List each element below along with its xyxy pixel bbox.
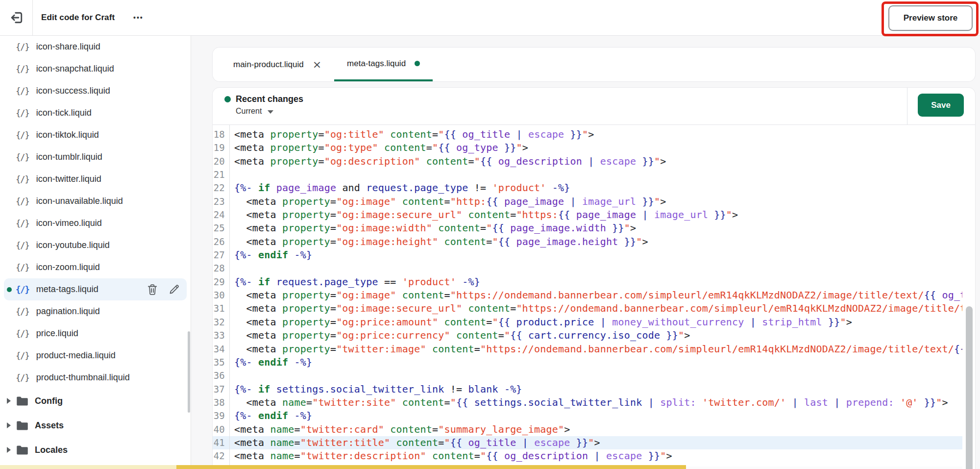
code-lines[interactable]: 18<meta property="og:title" content="{{ … bbox=[213, 125, 962, 469]
code-line[interactable]: 31 <meta property="og:image:secure_url" … bbox=[213, 302, 962, 315]
sidebar-item-icon-unavailable-liquid[interactable]: {/}icon-unavailable.liquid bbox=[4, 190, 187, 212]
sidebar-item-icon-vimeo-liquid[interactable]: {/}icon-vimeo.liquid bbox=[4, 212, 187, 234]
code-line[interactable]: 30 <meta property="og:image" content="ht… bbox=[213, 289, 962, 302]
sidebar-item-product-media-liquid[interactable]: {/}product-media.liquid bbox=[4, 345, 187, 367]
code-line[interactable]: 21 bbox=[213, 168, 962, 181]
caret-right-icon[interactable] bbox=[7, 447, 11, 453]
code-line[interactable]: 28 bbox=[213, 262, 962, 275]
sidebar-item-icon-tumblr-liquid[interactable]: {/}icon-tumblr.liquid bbox=[4, 146, 187, 168]
code-line-text: <meta property="og:price:currency" conte… bbox=[229, 329, 690, 342]
code-line[interactable]: 39{%- endif -%} bbox=[213, 409, 962, 422]
code-line[interactable]: 26 <meta property="og:image:height" cont… bbox=[213, 235, 962, 248]
file-name: product-media.liquid bbox=[36, 350, 116, 361]
version-dropdown[interactable]: Current bbox=[236, 107, 975, 116]
code-line[interactable]: 19<meta property="og:type" content="{{ o… bbox=[213, 141, 962, 154]
file-name: icon-tumblr.liquid bbox=[36, 152, 102, 162]
liquid-file-icon: {/} bbox=[16, 307, 29, 317]
line-number: 18 bbox=[213, 128, 229, 141]
file-name: price.liquid bbox=[36, 328, 78, 339]
unsaved-changes-dot bbox=[415, 61, 420, 66]
sidebar-item-icon-twitter-liquid[interactable]: {/}icon-twitter.liquid bbox=[4, 168, 187, 190]
chevron-down-icon bbox=[268, 110, 273, 114]
line-number: 34 bbox=[213, 343, 229, 356]
file-dot-placeholder bbox=[7, 265, 12, 270]
code-line[interactable]: 20<meta property="og:description" conten… bbox=[213, 155, 962, 168]
file-dot-placeholder bbox=[7, 111, 12, 116]
code-line-text: <meta name="twitter:card" content="summa… bbox=[229, 423, 570, 436]
sidebar-folder-config[interactable]: Config bbox=[0, 389, 191, 413]
file-dot-placeholder bbox=[7, 67, 12, 72]
save-button[interactable]: Save bbox=[918, 94, 964, 117]
tab-meta-tags[interactable]: meta-tags.liquid bbox=[334, 48, 433, 81]
code-line[interactable]: 18<meta property="og:title" content="{{ … bbox=[213, 128, 962, 141]
code-line[interactable]: 36 bbox=[213, 369, 962, 382]
line-number: 42 bbox=[213, 449, 229, 463]
line-number: 27 bbox=[213, 248, 229, 262]
code-line-text: <meta property="twitter:image" content="… bbox=[229, 343, 962, 356]
sidebar-item-icon-tiktok-liquid[interactable]: {/}icon-tiktok.liquid bbox=[4, 124, 187, 146]
code-line[interactable]: 42<meta name="twitter:description" conte… bbox=[213, 449, 962, 463]
line-number: 33 bbox=[213, 329, 229, 342]
delete-file-icon[interactable] bbox=[147, 284, 158, 296]
collapse-sidebar-button[interactable] bbox=[8, 10, 25, 26]
more-options-button[interactable]: ••• bbox=[133, 0, 144, 35]
bottom-highlight-strip bbox=[176, 465, 686, 469]
line-number: 29 bbox=[213, 275, 229, 289]
sidebar-item-meta-tags-liquid[interactable]: {/}meta-tags.liquid bbox=[4, 278, 187, 300]
code-line[interactable]: 33 <meta property="og:price:currency" co… bbox=[213, 329, 962, 342]
file-dot-placeholder bbox=[7, 309, 12, 314]
file-name: icon-success.liquid bbox=[36, 86, 110, 96]
code-line-text: <meta property="og:image" content="https… bbox=[229, 289, 962, 302]
sidebar-item-icon-zoom-liquid[interactable]: {/}icon-zoom.liquid bbox=[4, 256, 187, 278]
liquid-file-icon: {/} bbox=[16, 86, 29, 96]
liquid-file-icon: {/} bbox=[16, 152, 29, 162]
code-line[interactable]: 40<meta name="twitter:card" content="sum… bbox=[213, 423, 962, 436]
file-name: pagination.liquid bbox=[36, 306, 100, 317]
version-selected-value: Current bbox=[236, 107, 262, 116]
file-sidebar: {/}icon-share.liquid{/}icon-snapchat.liq… bbox=[0, 36, 191, 469]
sidebar-item-icon-success-liquid[interactable]: {/}icon-success.liquid bbox=[4, 80, 187, 102]
code-line[interactable]: 35{%- endif -%} bbox=[213, 356, 962, 369]
close-tab-icon[interactable]: × bbox=[313, 59, 321, 70]
sidebar-folder-locales[interactable]: Locales bbox=[0, 438, 191, 462]
code-line[interactable]: 41<meta name="twitter:title" content="{{… bbox=[213, 436, 962, 449]
sidebar-item-pagination-liquid[interactable]: {/}pagination.liquid bbox=[4, 300, 187, 322]
file-dot-placeholder bbox=[7, 89, 12, 94]
file-name: product-thumbnail.liquid bbox=[36, 372, 130, 383]
liquid-file-icon: {/} bbox=[16, 373, 29, 383]
code-line[interactable]: 38 <meta name="twitter:site" content="{{… bbox=[213, 396, 962, 409]
line-number: 40 bbox=[213, 423, 229, 436]
code-line[interactable]: 23 <meta property="og:image" content="ht… bbox=[213, 195, 962, 208]
line-number: 25 bbox=[213, 222, 229, 235]
code-line[interactable]: 24 <meta property="og:image:secure_url" … bbox=[213, 208, 962, 222]
code-line[interactable]: 22{%- if page_image and request.page_typ… bbox=[213, 181, 962, 195]
code-line[interactable]: 34 <meta property="twitter:image" conten… bbox=[213, 343, 962, 356]
sidebar-item-product-thumbnail-liquid[interactable]: {/}product-thumbnail.liquid bbox=[4, 367, 187, 389]
sidebar-item-icon-snapchat-liquid[interactable]: {/}icon-snapchat.liquid bbox=[4, 58, 187, 80]
sidebar-item-icon-youtube-liquid[interactable]: {/}icon-youtube.liquid bbox=[4, 234, 187, 256]
sidebar-item-price-liquid[interactable]: {/}price.liquid bbox=[4, 322, 187, 345]
sidebar-item-icon-share-liquid[interactable]: {/}icon-share.liquid bbox=[4, 36, 187, 58]
code-line[interactable]: 37{%- if settings.social_twitter_link !=… bbox=[213, 383, 962, 396]
code-line[interactable]: 25 <meta property="og:image:width" conte… bbox=[213, 222, 962, 235]
sidebar-folder-assets[interactable]: Assets bbox=[0, 413, 191, 438]
code-line-text bbox=[229, 168, 234, 181]
vertical-scrollbar[interactable] bbox=[966, 306, 973, 469]
code-line-text: <meta property="og:image:secure_url" con… bbox=[229, 302, 962, 315]
sidebar-scrollbar[interactable] bbox=[188, 331, 190, 413]
file-name: icon-zoom.liquid bbox=[36, 262, 100, 272]
tab-main-product[interactable]: main-product.liquid × bbox=[220, 48, 334, 81]
rename-file-icon[interactable] bbox=[169, 284, 180, 295]
preview-store-button[interactable]: Preview store bbox=[888, 5, 973, 31]
code-line-text: {%- if request.page_type == 'product' -%… bbox=[229, 275, 480, 289]
caret-right-icon[interactable] bbox=[7, 422, 11, 428]
tab-label: meta-tags.liquid bbox=[347, 59, 406, 69]
code-line[interactable]: 29{%- if request.page_type == 'product' … bbox=[213, 275, 962, 289]
code-line[interactable]: 27{%- endif -%} bbox=[213, 248, 962, 262]
line-number: 30 bbox=[213, 289, 229, 302]
sidebar-item-icon-tick-liquid[interactable]: {/}icon-tick.liquid bbox=[4, 102, 187, 124]
caret-right-icon[interactable] bbox=[7, 398, 11, 404]
line-number: 26 bbox=[213, 235, 229, 248]
liquid-file-icon: {/} bbox=[16, 64, 29, 74]
code-line[interactable]: 32 <meta property="og:price:amount" cont… bbox=[213, 316, 962, 329]
